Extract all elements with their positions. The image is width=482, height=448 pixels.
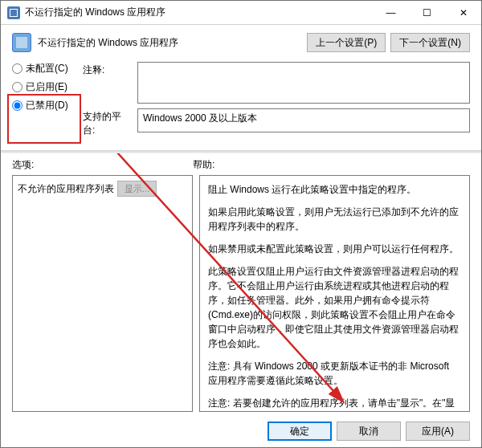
radio-enabled[interactable]: 已启用(E) [12,80,76,94]
ok-button[interactable]: 确定 [268,422,332,441]
minimize-button[interactable]: — [373,1,409,25]
show-list-button: 显示... [117,181,157,197]
help-text: 如果启用此策略设置，则用户无法运行已添加到不允许的应用程序列表中的程序。 [208,205,461,234]
disallowed-list-label: 不允许的应用程序列表 [18,182,114,196]
help-text: 注意: 若要创建允许的应用程序列表，请单击"显示"。在"显示内容"对话框的"值"… [208,396,461,412]
radio-not-configured[interactable]: 未配置(C) [12,62,76,75]
next-setting-button[interactable]: 下一个设置(N) [390,33,470,52]
maximize-button[interactable]: ☐ [409,1,445,25]
options-pane: 不允许的应用程序列表 显示... [12,175,193,412]
help-text: 注意: 具有 Windows 2000 或更新版本证书的非 Microsoft … [208,359,461,388]
state-radio-group: 未配置(C) 已启用(E) 已禁用(D) [12,62,76,117]
policy-name: 不运行指定的 Windows 应用程序 [38,36,178,50]
prev-setting-button[interactable]: 上一个设置(P) [307,33,386,52]
cancel-button[interactable]: 取消 [337,422,401,441]
options-label: 选项: [12,158,193,172]
help-pane[interactable]: 阻止 Windows 运行在此策略设置中指定的程序。 如果启用此策略设置，则用户… [199,175,470,412]
titlebar: 不运行指定的 Windows 应用程序 — ☐ ✕ [1,1,481,25]
help-label: 帮助: [193,158,214,172]
close-button[interactable]: ✕ [445,1,481,25]
comment-field[interactable] [137,62,470,104]
platform-field: Windows 2000 及以上版本 [137,108,470,132]
help-text: 如果禁用或未配置此策略设置，则用户可以运行任何程序。 [208,242,461,256]
radio-disabled[interactable]: 已禁用(D) [12,99,76,112]
platform-label: 支持的平台: [83,108,131,137]
app-icon [7,6,20,19]
policy-icon [12,33,31,52]
apply-button[interactable]: 应用(A) [406,422,470,441]
comment-label: 注释: [83,62,131,77]
dialog-window: 不运行指定的 Windows 应用程序 — ☐ ✕ 不运行指定的 Windows… [0,0,482,448]
help-text: 此策略设置仅阻止用户运行由文件资源管理器进程启动的程序。它不会阻止用户运行由系统… [208,264,461,351]
window-title: 不运行指定的 Windows 应用程序 [25,6,165,19]
help-text: 阻止 Windows 运行在此策略设置中指定的程序。 [208,182,461,197]
